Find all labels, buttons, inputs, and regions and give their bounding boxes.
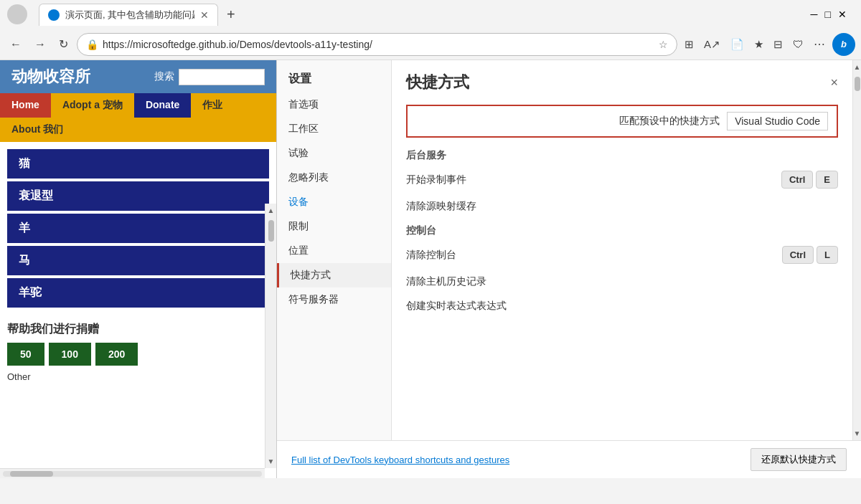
browser-chrome: 演示页面, 其中包含辅助功能问题 ✕ + ─ □ ✕ ← → ↻ 🔒 https… [0, 0, 861, 60]
navigation-bar: ← → ↻ 🔒 https://microsoftedge.github.io/… [0, 29, 861, 60]
back-button[interactable]: ← [6, 35, 26, 54]
vertical-scrollbar[interactable]: ▲ ▼ [265, 204, 276, 468]
donate-section: 帮助我们进行捐赠 50 100 200 Other [7, 319, 269, 385]
shortcut-start-recording: 开始录制事件 Ctrl E [406, 171, 838, 189]
other-label: Other [7, 371, 269, 382]
website-title-text: 动物收容所 [11, 67, 90, 86]
shortcut-name-clear-history: 清除主机历史记录 [406, 275, 486, 288]
sidebar-item-symbolserver[interactable]: 符号服务器 [277, 287, 391, 312]
website-header: 动物收容所 搜索 [0, 60, 276, 93]
website-nav: Home Adopt a 宠物 Donate 作业 About 我们 [0, 93, 276, 142]
nav-about[interactable]: About 我们 [0, 118, 75, 142]
animal-list: 猫 衰退型 羊 马 羊驼 [7, 149, 269, 308]
devtools-vertical-scrollbar[interactable]: ▲ ▼ [852, 60, 861, 440]
devtools-main-content: 快捷方式 × 匹配预设中的快捷方式 Visual Studio Code 后台服… [392, 60, 852, 440]
horizontal-scrollbar[interactable] [0, 468, 265, 478]
website-title: 动物收容所 [11, 67, 90, 86]
sidebar-item-devices[interactable]: 设备 [277, 190, 391, 214]
nav-donate[interactable]: Donate [134, 93, 191, 118]
shortcut-clear-console: 清除控制台 Ctrl L [406, 246, 838, 264]
sidebar-item-throttling[interactable]: 限制 [277, 214, 391, 239]
browser-icons: ⊞ A↗ 📄 ★ ⊟ 🛡 ⋯ b [682, 33, 855, 56]
shortcut-keys-recording: Ctrl E [781, 171, 838, 189]
more-menu-button[interactable]: ⋯ [811, 34, 828, 54]
browser-tab[interactable]: 演示页面, 其中包含辅助功能问题 ✕ [39, 4, 218, 26]
reader-icon[interactable]: 📄 [728, 35, 747, 54]
devtools-sidebar: 设置 首选项 工作区 试验 忽略列表 设备 限制 [277, 60, 392, 440]
bookmark-icon: ☆ [659, 39, 668, 50]
key-e: E [816, 171, 838, 189]
shortcut-name-live-expression: 创建实时表达式表达式 [406, 300, 507, 313]
devtools-main-title: 快捷方式 [406, 72, 469, 93]
scroll-track [3, 471, 262, 477]
close-window-button[interactable]: ✕ [838, 9, 847, 20]
nav-home[interactable]: Home [0, 93, 51, 118]
full-list-link[interactable]: Full list of DevTools keyboard shortcuts… [291, 455, 509, 465]
donate-buttons: 50 100 200 [7, 343, 269, 366]
read-aloud-icon[interactable]: A↗ [701, 35, 723, 54]
sidebar-item-shortcuts[interactable]: 快捷方式 [277, 263, 391, 287]
match-label: 匹配预设中的快捷方式 [619, 115, 720, 128]
tab-close-button[interactable]: ✕ [200, 9, 209, 21]
main-content: 动物收容所 搜索 Home Adopt a 宠物 Donate 作业 About… [0, 60, 861, 478]
scroll-thumb[interactable] [10, 471, 53, 477]
sidebar-item-preferences[interactable]: 首选项 [277, 92, 391, 117]
scroll-up-arrow[interactable]: ▲ [265, 204, 276, 217]
match-value: Visual Studio Code [727, 112, 828, 130]
scroll-thumb-vertical[interactable] [268, 220, 274, 242]
shortcut-clear-history: 清除主机历史记录 [406, 275, 838, 288]
devtools-sidebar-title: 设置 [277, 66, 391, 92]
minimize-button[interactable]: ─ [811, 9, 818, 20]
user-avatar [7, 4, 27, 24]
refresh-button[interactable]: ↻ [55, 34, 72, 54]
devtools-footer: Full list of DevTools keyboard shortcuts… [277, 440, 861, 478]
backend-section-label: 后台服务 [406, 149, 838, 162]
animal-item-alpaca[interactable]: 羊驼 [7, 278, 269, 308]
collections-icon[interactable]: ⊞ [682, 35, 697, 54]
lock-icon: 🔒 [86, 39, 98, 50]
website-search-area: 搜索 [154, 69, 265, 85]
sidebar-item-locations[interactable]: 位置 [277, 239, 391, 263]
shortcuts-match-row: 匹配预设中的快捷方式 Visual Studio Code [406, 105, 838, 138]
devtools-content-header: 快捷方式 × [406, 72, 838, 93]
donate-200-button[interactable]: 200 [95, 343, 138, 366]
animal-item-sheep[interactable]: 羊 [7, 214, 269, 243]
bing-button[interactable]: b [832, 33, 855, 56]
key-ctrl: Ctrl [781, 171, 813, 189]
website-body: 猫 衰退型 羊 马 羊驼 帮助我们进行捐赠 50 10 [0, 142, 276, 392]
nav-work[interactable]: 作业 [191, 93, 234, 118]
shortcut-name-recording: 开始录制事件 [406, 173, 466, 186]
new-tab-button[interactable]: + [221, 4, 241, 26]
animal-item-cat[interactable]: 猫 [7, 149, 269, 179]
donate-100-button[interactable]: 100 [49, 343, 91, 366]
dt-scroll-thumb[interactable] [855, 77, 860, 91]
devtools-inner: 设置 首选项 工作区 试验 忽略列表 设备 限制 [277, 60, 861, 440]
search-input[interactable] [179, 69, 265, 85]
favorites-icon[interactable]: ★ [751, 35, 766, 54]
shortcut-name-clear-console: 清除控制台 [406, 249, 456, 262]
restore-defaults-button[interactable]: 还原默认快捷方式 [751, 448, 847, 471]
shortcut-live-expression: 创建实时表达式表达式 [406, 300, 838, 313]
tab-favicon [48, 9, 60, 21]
split-screen-icon[interactable]: ⊟ [771, 35, 786, 54]
sidebar-item-workspace[interactable]: 工作区 [277, 117, 391, 141]
tab-title: 演示页面, 其中包含辅助功能问题 [65, 9, 194, 22]
scroll-down-arrow[interactable]: ▼ [265, 455, 276, 468]
key-ctrl-l: Ctrl [782, 246, 814, 264]
forward-button[interactable]: → [30, 35, 50, 54]
nav-adopt[interactable]: Adopt a 宠物 [51, 93, 134, 118]
key-l: L [817, 246, 838, 264]
sidebar-item-ignorelist[interactable]: 忽略列表 [277, 166, 391, 190]
console-section-label: 控制台 [406, 224, 838, 237]
donate-50-button[interactable]: 50 [7, 343, 44, 366]
animal-item-retiring[interactable]: 衰退型 [7, 181, 269, 211]
animal-item-horse[interactable]: 马 [7, 246, 269, 275]
address-bar[interactable]: 🔒 https://microsoftedge.github.io/Demos/… [77, 33, 677, 56]
sidebar-item-experiments[interactable]: 试验 [277, 141, 391, 166]
maximize-button[interactable]: □ [825, 9, 831, 20]
devtools-close-button[interactable]: × [830, 75, 838, 90]
shortcut-name-sourcemap: 清除源映射缓存 [406, 200, 476, 213]
browser-essentials-icon[interactable]: 🛡 [790, 35, 806, 53]
website-panel: 动物收容所 搜索 Home Adopt a 宠物 Donate 作业 About… [0, 60, 276, 478]
tab-bar: 演示页面, 其中包含辅助功能问题 ✕ + [33, 1, 805, 27]
